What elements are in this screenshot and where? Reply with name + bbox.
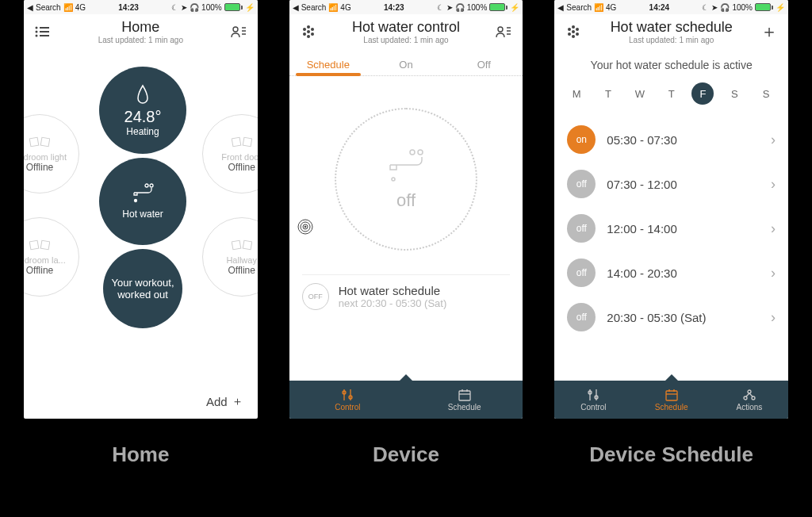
users-icon[interactable]	[228, 21, 250, 43]
svg-point-36	[410, 150, 415, 155]
svg-point-15	[150, 184, 153, 187]
page-subtitle: Last updated: 1 min ago	[54, 36, 228, 44]
clock: 14:24	[649, 3, 670, 12]
svg-rect-20	[243, 240, 252, 250]
day-2[interactable]: W	[629, 82, 651, 105]
nav-schedule[interactable]: Schedule	[633, 381, 710, 419]
tile-label: Front door	[221, 152, 257, 162]
svg-point-28	[498, 27, 503, 32]
screen-home: ◀ Search 📶 4G 14:23 ☾ ➤ 🎧 100% ⚡ Home La…	[24, 0, 258, 419]
moon-icon: ☾	[702, 3, 709, 12]
tap-icon	[129, 183, 156, 204]
tile-front-door[interactable]: Front door Offline	[202, 114, 258, 193]
calendar-icon	[665, 389, 679, 401]
svg-rect-5	[40, 35, 49, 36]
add-icon[interactable]: ＋	[758, 21, 780, 43]
honeycomb-icon[interactable]	[562, 21, 584, 43]
back-label: Search	[36, 3, 61, 12]
nav-control[interactable]: Control	[289, 381, 406, 419]
tile-workout[interactable]: Your workout, worked out	[103, 249, 182, 328]
slot-row[interactable]: off12:00 - 14:00›	[564, 206, 779, 251]
slot-row[interactable]: on05:30 - 07:30›	[564, 117, 779, 162]
headphones-icon: 🎧	[720, 3, 730, 12]
charging-icon: ⚡	[510, 3, 519, 12]
mode-tabs: Schedule On Off	[289, 51, 523, 76]
moon-icon: ☾	[171, 3, 178, 12]
svg-point-38	[392, 178, 395, 181]
headphones-icon: 🎧	[455, 3, 465, 12]
slot-row[interactable]: off20:30 - 05:30 (Sat)›	[564, 295, 779, 339]
honeycomb: 24.8° Heating Bedroom light Offline Fron…	[24, 51, 258, 419]
svg-point-63	[744, 396, 747, 400]
battery-pct: 100%	[201, 3, 222, 12]
svg-point-6	[233, 27, 238, 32]
back-label: Search	[566, 3, 592, 12]
svg-rect-13	[243, 137, 252, 147]
day-5[interactable]: S	[723, 82, 745, 105]
network: 4G	[606, 3, 616, 12]
tile-hallway[interactable]: Hallway Offline	[202, 217, 258, 297]
tab-schedule[interactable]: Schedule	[289, 54, 367, 75]
svg-rect-19	[232, 240, 241, 250]
tile-bedroom-light[interactable]: Bedroom light Offline	[24, 114, 79, 193]
schedule-card[interactable]: OFF Hot water schedule next 20:30 - 05:3…	[302, 274, 511, 318]
svg-rect-43	[459, 391, 470, 400]
svg-line-66	[749, 393, 753, 396]
tile-state: Offline	[228, 162, 255, 173]
heating-temp: 24.8°	[124, 108, 162, 126]
bottom-nav: Control Schedule	[289, 381, 523, 419]
caption-device: Device	[289, 442, 523, 467]
slot-time: 14:00 - 20:30	[607, 266, 760, 280]
slot-state: on	[567, 125, 596, 154]
honeycomb-icon[interactable]	[297, 21, 320, 43]
schedule-sub: next 20:30 - 05:30 (Sat)	[339, 297, 447, 309]
day-3[interactable]: T	[661, 82, 683, 105]
svg-rect-11	[40, 137, 50, 147]
nav-schedule[interactable]: Schedule	[406, 381, 523, 419]
tab-off[interactable]: Off	[445, 54, 523, 75]
moon-icon: ☾	[437, 3, 444, 12]
workout-l2: worked out	[117, 289, 168, 301]
tile-hot-water[interactable]: Hot water	[99, 158, 186, 245]
svg-line-65	[746, 393, 749, 396]
flame-icon	[134, 84, 151, 106]
day-1[interactable]: T	[597, 82, 619, 105]
add-button[interactable]: Add ＋	[206, 394, 243, 409]
day-4[interactable]: F	[691, 82, 714, 105]
slot-row[interactable]: off07:30 - 12:00›	[564, 162, 779, 206]
back-icon: ◀	[293, 3, 299, 12]
chevron-right-icon: ›	[771, 309, 776, 326]
nav-label: Actions	[736, 403, 762, 412]
add-label: Add	[206, 395, 228, 408]
control-dial[interactable]: off	[335, 108, 477, 251]
hotwater-label: Hot water	[122, 209, 163, 220]
switch-icon	[232, 238, 252, 252]
tile-bedroom-lamp[interactable]: Bedroom la... Offline	[24, 217, 79, 297]
caption-home: Home	[24, 442, 258, 467]
location-icon: ➤	[711, 3, 718, 12]
radar-icon[interactable]	[297, 219, 313, 235]
sliders-icon	[586, 389, 600, 401]
svg-point-0	[36, 27, 38, 29]
chevron-right-icon: ›	[771, 220, 776, 237]
users-icon[interactable]	[492, 21, 515, 43]
status-bar: ◀ Search 📶 4G 14:23 ☾ ➤ 🎧 100% ⚡	[24, 0, 258, 14]
switch-icon	[29, 135, 50, 149]
signal-icon: 📶	[594, 3, 603, 12]
screen-device: ◀Search📶4G 14:23 ☾➤🎧100%⚡ Hot water cont…	[289, 0, 523, 419]
tile-label: Bedroom la...	[24, 255, 66, 265]
slot-row[interactable]: off14:00 - 20:30›	[564, 251, 779, 295]
nav-actions[interactable]: Actions	[710, 381, 788, 419]
day-0[interactable]: M	[565, 82, 588, 105]
tab-on[interactable]: On	[367, 54, 445, 75]
nav-control[interactable]: Control	[554, 381, 632, 419]
calendar-icon	[458, 389, 472, 401]
svg-point-2	[36, 31, 38, 33]
menu-icon[interactable]	[32, 21, 54, 43]
svg-point-62	[748, 390, 751, 393]
svg-rect-3	[40, 31, 49, 33]
page-subtitle: Last updated: 1 min ago	[584, 36, 758, 44]
nav-label: Control	[580, 403, 606, 412]
day-6[interactable]: S	[755, 82, 777, 105]
tile-heating[interactable]: 24.8° Heating	[99, 67, 186, 154]
